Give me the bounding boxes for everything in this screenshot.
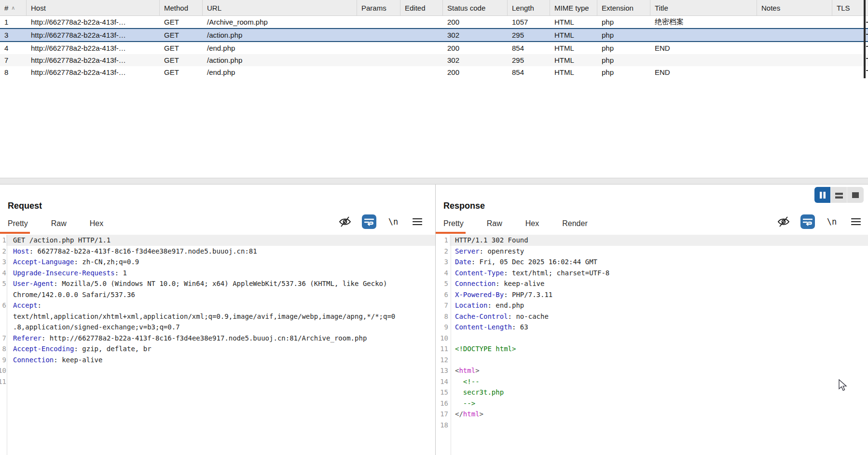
line-number: 10 — [0, 367, 6, 374]
column-header-url[interactable]: URL — [203, 0, 357, 15]
cell-tls — [832, 16, 865, 28]
line-number: 1 — [0, 236, 6, 244]
cell-params — [357, 29, 400, 41]
cell-ext: php — [597, 66, 650, 78]
cell-length: 295 — [508, 54, 550, 66]
request-tab-raw[interactable]: Raw — [51, 219, 67, 228]
request-tab-hex[interactable]: Hex — [90, 219, 103, 228]
column-header-edited[interactable]: Edited — [400, 0, 443, 15]
clipped-cell-fragment — [866, 58, 868, 59]
code-line: 3Date: Fri, 05 Dec 2025 16:02:44 GMT — [436, 256, 868, 268]
cell-method: GET — [160, 66, 203, 78]
column-header-title[interactable]: Title — [650, 0, 757, 15]
gutter-separator — [451, 235, 451, 455]
code-line: 8Accept-Encoding: gzip, deflate, br — [0, 343, 435, 355]
column-header-length[interactable]: Length — [508, 0, 550, 15]
layout-columns-button[interactable] — [814, 187, 831, 203]
line-content: <!DOCTYPE html> — [450, 343, 868, 355]
newline-glyph: \n — [827, 217, 837, 227]
table-row[interactable]: 7http://662778a2-b22a-413f-…GET/action.p… — [0, 54, 868, 66]
line-number: 16 — [436, 399, 450, 407]
horizontal-splitter[interactable] — [0, 178, 868, 185]
code-line: 7Location: end.php — [436, 300, 868, 311]
code-line: 8Cache-Control: no-cache — [436, 311, 868, 322]
cell-length: 295 — [508, 29, 550, 41]
editor-menu-icon[interactable] — [410, 214, 425, 229]
word-wrap-toggle[interactable] — [800, 214, 815, 229]
line-content: Date: Fri, 05 Dec 2025 16:02:44 GMT — [450, 256, 868, 268]
layout-rows-button[interactable] — [831, 187, 847, 203]
column-header-num[interactable]: #∧ — [0, 0, 27, 15]
response-tab-hex[interactable]: Hex — [525, 219, 539, 228]
newline-toggle[interactable]: \n — [386, 214, 400, 229]
code-line: 1HTTP/1.1 302 Found — [436, 235, 868, 246]
line-content: Chrome/142.0.0.0 Safari/537.36 — [6, 289, 435, 300]
response-editor[interactable]: 1HTTP/1.1 302 Found2Server: openresty3Da… — [436, 235, 868, 455]
line-content: HTTP/1.1 302 Found — [450, 235, 868, 246]
line-content: <!-- — [450, 376, 868, 387]
request-editor[interactable]: 1GET /action.php HTTP/1.12Host: 662778a2… — [0, 235, 435, 455]
editor-menu-icon[interactable] — [849, 214, 863, 229]
column-header-method[interactable]: Method — [160, 0, 203, 15]
column-label: Params — [361, 4, 386, 12]
cell-edited — [400, 16, 443, 28]
table-row[interactable]: 3http://662778a2-b22a-413f-…GET/action.p… — [0, 28, 868, 42]
line-content: Referer: http://662778a2-b22a-413f-8c16-… — [6, 333, 435, 344]
code-line: 12 — [436, 355, 868, 366]
code-line: 5Connection: keep-alive — [436, 278, 868, 289]
table-row[interactable]: 8http://662778a2-b22a-413f-…GET/end.php2… — [0, 66, 868, 78]
code-line: 9Connection: keep-alive — [0, 355, 435, 366]
cell-num: 1 — [0, 16, 27, 28]
line-number: 2 — [0, 247, 6, 255]
cell-notes — [757, 16, 832, 28]
line-content — [6, 365, 435, 376]
line-content: User-Agent: Mozilla/5.0 (Windows NT 10.0… — [6, 278, 435, 289]
line-content: <html> — [450, 365, 868, 376]
column-header-status[interactable]: Status code — [443, 0, 508, 15]
request-tab-pretty[interactable]: Pretty — [8, 219, 28, 228]
cell-status: 200 — [443, 66, 508, 78]
response-tab-render[interactable]: Render — [562, 219, 587, 228]
line-content: Server: openresty — [450, 246, 868, 257]
cell-url: /action.php — [203, 54, 357, 66]
column-header-ext[interactable]: Extension — [597, 0, 650, 15]
code-line: 4Content-Type: text/html; charset=UTF-8 — [436, 268, 868, 279]
code-line: 7Referer: http://662778a2-b22a-413f-8c16… — [0, 333, 435, 344]
response-tab-pretty[interactable]: Pretty — [443, 219, 464, 228]
column-header-tls[interactable]: TLS — [832, 0, 865, 15]
cell-url: /Archive_room.php — [203, 16, 357, 28]
code-line: 4Upgrade-Insecure-Requests: 1 — [0, 268, 435, 279]
cell-length: 854 — [508, 42, 550, 54]
cell-num: 8 — [0, 66, 27, 78]
line-content — [6, 376, 435, 387]
line-content — [450, 420, 868, 431]
column-header-mime[interactable]: MIME type — [550, 0, 597, 15]
line-number: 6 — [436, 291, 450, 299]
cell-params — [357, 66, 400, 78]
line-number: 4 — [0, 269, 6, 277]
cell-tls — [832, 54, 865, 66]
cell-length: 854 — [508, 66, 550, 78]
line-number: 13 — [436, 367, 450, 374]
response-tab-raw[interactable]: Raw — [487, 219, 502, 228]
hide-nonprintable-icon[interactable] — [338, 214, 352, 229]
line-content: Connection: keep-alive — [6, 355, 435, 366]
line-number: 8 — [436, 313, 450, 320]
code-line: 11<!DOCTYPE html> — [436, 343, 868, 355]
table-row[interactable]: 4http://662778a2-b22a-413f-…GET/end.php2… — [0, 42, 868, 54]
table-row[interactable]: 1http://662778a2-b22a-413f-…GET/Archive_… — [0, 16, 868, 28]
line-content: Accept: — [6, 300, 435, 311]
cell-method: GET — [160, 29, 203, 41]
column-header-host[interactable]: Host — [27, 0, 160, 15]
code-line: 17</html> — [436, 409, 868, 420]
word-wrap-toggle[interactable] — [362, 214, 376, 229]
code-line: 10 — [0, 365, 435, 376]
hide-nonprintable-icon[interactable] — [776, 214, 791, 229]
line-number: 11 — [436, 345, 450, 353]
column-header-notes[interactable]: Notes — [757, 0, 832, 15]
column-header-params[interactable]: Params — [357, 0, 400, 15]
newline-toggle[interactable]: \n — [825, 214, 839, 229]
line-number: 11 — [0, 378, 6, 385]
line-content: text/html,application/xhtml+xml,applicat… — [6, 311, 435, 322]
layout-single-button[interactable] — [847, 187, 864, 203]
